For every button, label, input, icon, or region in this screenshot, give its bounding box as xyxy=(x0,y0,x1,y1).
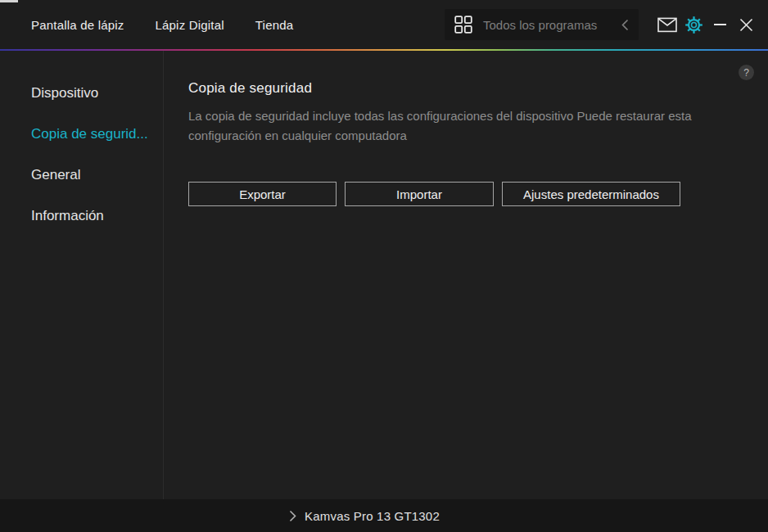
device-name: Kamvas Pro 13 GT1302 xyxy=(305,509,440,523)
all-programs-label: Todos los programas xyxy=(472,18,621,32)
sidebar-item-device[interactable]: Dispositivo xyxy=(0,83,163,103)
close-icon[interactable] xyxy=(735,14,757,35)
title-bar-controls: Todos los programas xyxy=(445,9,768,40)
app-window: Pantalla de lápiz Lápiz Digital Tienda T… xyxy=(0,0,768,532)
mail-icon[interactable] xyxy=(657,14,678,35)
chevron-right-icon[interactable] xyxy=(289,510,296,522)
backup-actions: Exportar Importar Ajustes predeterminado… xyxy=(188,182,768,206)
sidebar-item-information[interactable]: Información xyxy=(0,206,163,226)
menu-item-digital-pen[interactable]: Lápiz Digital xyxy=(155,18,224,32)
help-icon[interactable]: ? xyxy=(739,65,754,80)
screen-artifact xyxy=(0,0,18,2)
body-row: Dispositivo Copia de segurid... General … xyxy=(0,51,768,499)
title-bar: Pantalla de lápiz Lápiz Digital Tienda T… xyxy=(0,0,768,49)
sidebar-item-general[interactable]: General xyxy=(0,165,163,185)
menu-item-pen-display[interactable]: Pantalla de lápiz xyxy=(31,18,124,32)
page-title: Copia de seguridad xyxy=(188,80,768,97)
apps-grid-icon xyxy=(454,16,472,34)
backup-panel: ? Copia de seguridad La copia de segurid… xyxy=(164,51,768,499)
sidebar-item-backup[interactable]: Copia de segurid... xyxy=(0,124,163,144)
menu-item-store[interactable]: Tienda xyxy=(255,18,294,32)
all-programs-selector[interactable]: Todos los programas xyxy=(445,9,639,40)
device-bar[interactable]: Kamvas Pro 13 GT1302 xyxy=(0,499,768,532)
export-button[interactable]: Exportar xyxy=(188,182,337,206)
import-button[interactable]: Importar xyxy=(345,182,494,206)
main-menu: Pantalla de lápiz Lápiz Digital Tienda xyxy=(31,18,293,32)
sidebar: Dispositivo Copia de segurid... General … xyxy=(0,51,164,499)
chevron-left-icon[interactable] xyxy=(621,19,629,31)
default-settings-button[interactable]: Ajustes predeterminados xyxy=(502,182,680,206)
minimize-icon[interactable] xyxy=(709,14,730,35)
backup-description: La copia de seguridad incluye todas las … xyxy=(188,106,735,146)
gear-icon[interactable] xyxy=(683,14,704,35)
device-bar-inner: Kamvas Pro 13 GT1302 xyxy=(289,509,440,523)
